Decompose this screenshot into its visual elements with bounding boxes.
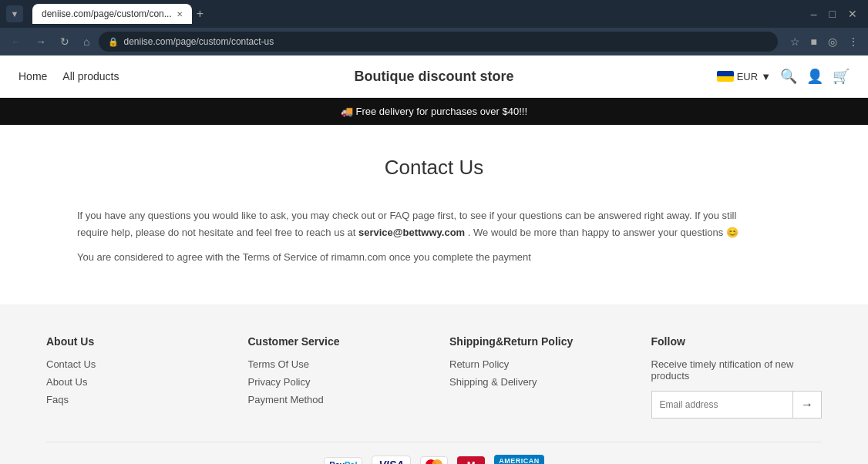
payment-icons-row: PayPal VISA M AMERICANEXPRESS (46, 442, 822, 464)
footer-faqs[interactable]: Faqs (46, 394, 217, 405)
active-tab[interactable]: deniise.com/page/custom/con... ✕ (32, 4, 192, 24)
footer-payment[interactable]: Payment Method (248, 394, 419, 405)
email-subscribe-button[interactable]: → (792, 392, 821, 418)
footer-customer-service: Customer Service Terms Of Use Privacy Po… (248, 335, 419, 419)
paragraph-2-text: . We would be more than happy to answer … (468, 227, 738, 238)
paypal-icon: PayPal (324, 457, 362, 464)
store-title: Boutique discount store (355, 69, 514, 85)
new-tab-button[interactable]: + (192, 7, 208, 21)
currency-label: EUR (737, 71, 758, 82)
promo-banner: 🚚 Free delivery for purchases over $40!!… (0, 98, 868, 125)
shipping-title: Shipping&Return Policy (449, 335, 621, 348)
footer-follow: Follow Receive timely ntification of new… (651, 335, 823, 419)
tab-close-btn[interactable]: ✕ (177, 10, 183, 18)
currency-chevron: ▼ (761, 71, 771, 82)
footer-shipping: Shipping&Return Policy Return Policy Shi… (449, 335, 621, 419)
minimize-btn[interactable]: – (806, 6, 822, 22)
bookmark-icon[interactable]: ☆ (787, 34, 803, 49)
footer-about-us[interactable]: About Us (46, 376, 217, 388)
profile-icon[interactable]: ◎ (825, 34, 840, 49)
window-controls: – □ ✕ (806, 6, 862, 22)
extensions-icon[interactable]: ■ (808, 34, 820, 49)
banner-text: 🚚 Free delivery for purchases over $40!!… (341, 106, 527, 117)
amex-icon: AMERICANEXPRESS (494, 455, 544, 464)
currency-selector[interactable]: EUR ▼ (717, 71, 771, 82)
maestro-icon: M (457, 456, 485, 464)
paragraph-1: If you have any questions you would like… (77, 207, 740, 241)
url-input[interactable]: 🔒 deniise.com/page/custom/contact-us (99, 32, 777, 52)
email-subscribe-input[interactable] (652, 392, 793, 418)
search-icon[interactable]: 🔍 (780, 68, 797, 85)
nav-home[interactable]: Home (19, 70, 47, 82)
footer-privacy[interactable]: Privacy Policy (248, 376, 419, 388)
top-nav: Home All products Boutique discount stor… (0, 55, 868, 98)
home-btn[interactable]: ⌂ (79, 34, 94, 49)
close-btn[interactable]: ✕ (843, 6, 862, 22)
follow-title: Follow (651, 335, 823, 348)
browser-chrome: ▼ deniise.com/page/custom/con... ✕ + – □… (0, 0, 868, 28)
footer: About Us Contact Us About Us Faqs Custom… (0, 304, 868, 464)
toolbar-icons: ☆ ■ ◎ ⋮ (787, 34, 862, 49)
email-subscribe-form: → (651, 391, 823, 419)
account-icon[interactable]: 👤 (806, 68, 823, 85)
restore-btn[interactable]: □ (825, 6, 840, 22)
reload-btn[interactable]: ↻ (56, 34, 74, 49)
page-title: Contact Us (77, 156, 791, 180)
contact-email[interactable]: service@bettwwy.com (358, 227, 465, 238)
footer-return-policy[interactable]: Return Policy (449, 358, 621, 370)
footer-shipping-delivery[interactable]: Shipping & Delivery (449, 376, 621, 388)
nav-links: Home All products (19, 70, 119, 82)
nav-all-products[interactable]: All products (62, 70, 119, 82)
follow-description: Receive timely ntification of new produc… (651, 358, 823, 382)
tab-bar: deniise.com/page/custom/con... ✕ + (32, 4, 800, 24)
footer-grid: About Us Contact Us About Us Faqs Custom… (46, 335, 822, 419)
tab-title: deniise.com/page/custom/con... (42, 8, 172, 19)
back-btn[interactable]: ← (6, 34, 26, 49)
menu-icon[interactable]: ⋮ (845, 34, 862, 49)
cart-icon[interactable]: 🛒 (833, 68, 849, 85)
page: Home All products Boutique discount stor… (0, 55, 868, 464)
content-body: If you have any questions you would like… (77, 207, 740, 266)
main-content: Contact Us If you have any questions you… (0, 125, 868, 304)
paragraph-3: You are considered to agree with the Ter… (77, 249, 740, 266)
customer-service-title: Customer Service (248, 335, 419, 348)
browser-controls: ▼ (6, 5, 23, 22)
tab-list-btn[interactable]: ▼ (6, 5, 23, 22)
address-bar: ← → ↻ ⌂ 🔒 deniise.com/page/custom/contac… (0, 28, 868, 55)
footer-contact-us[interactable]: Contact Us (46, 358, 217, 370)
visa-icon: VISA (372, 456, 411, 464)
flag-icon (717, 71, 734, 82)
forward-btn[interactable]: → (31, 34, 51, 49)
footer-about: About Us Contact Us About Us Faqs (46, 335, 217, 419)
nav-actions: EUR ▼ 🔍 👤 🛒 (717, 68, 849, 85)
mastercard-icon (420, 456, 448, 464)
about-title: About Us (46, 335, 217, 348)
footer-terms[interactable]: Terms Of Use (248, 358, 419, 370)
url-text: deniise.com/page/custom/contact-us (123, 36, 274, 47)
